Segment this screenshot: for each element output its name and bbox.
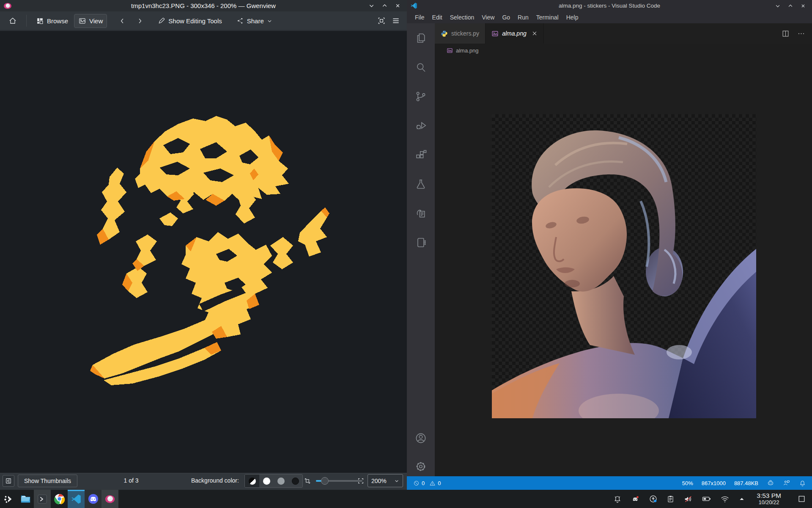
discord-task-button[interactable]	[85, 490, 102, 508]
menu-run[interactable]: Run	[514, 13, 532, 22]
problems-indicator[interactable]: 0 0	[411, 480, 443, 486]
maximize-button[interactable]	[381, 3, 388, 9]
vscode-image-preview	[435, 57, 812, 476]
status-zoom-level[interactable]: 50%	[682, 480, 693, 486]
background-color-label: Background color:	[191, 477, 239, 484]
copilot-icon[interactable]	[767, 479, 774, 487]
home-button[interactable]	[4, 14, 21, 28]
notifications-bell-icon[interactable]	[799, 480, 806, 487]
bg-swatch-dark[interactable]	[288, 475, 302, 487]
show-thumbnails-label: Show Thumbnails	[24, 478, 71, 484]
error-icon	[413, 480, 420, 486]
bg-swatch-white[interactable]	[259, 475, 274, 487]
menu-help[interactable]: Help	[562, 13, 582, 22]
vscode-logo-icon	[410, 2, 417, 9]
menu-button[interactable]	[392, 17, 400, 25]
explorer-icon[interactable]	[407, 23, 435, 52]
vs-maximize-button[interactable]	[787, 3, 793, 9]
zoom-actual-size-button[interactable]	[357, 478, 364, 484]
clock-date: 10/20/22	[757, 500, 781, 505]
image-position-indicator: 1 of 3	[111, 477, 151, 484]
breadcrumb-file-item[interactable]: alma.png	[456, 47, 478, 54]
gwenview-toolbar: Browse View Show Editing Tools Sha	[0, 11, 407, 30]
gwenview-window-title: tmp1vn3hc23.PNG - 300x346 - 200% — Gwenv…	[0, 2, 407, 9]
breadcrumb-image-file-icon	[447, 47, 453, 54]
zoom-level-dropdown[interactable]: 200%	[368, 474, 403, 487]
chrome-button[interactable]	[51, 490, 68, 508]
vs-minimize-button[interactable]	[775, 3, 781, 9]
home-icon	[8, 17, 17, 25]
go-forward-button[interactable]	[132, 14, 148, 28]
chrome-icon	[54, 493, 65, 505]
minimize-button[interactable]	[368, 3, 375, 9]
account-icon[interactable]	[407, 423, 435, 453]
sidebar-toggle-button[interactable]	[3, 475, 14, 487]
discord-icon	[88, 493, 99, 505]
testing-flask-icon[interactable]	[407, 169, 435, 199]
tray-wifi-icon[interactable]	[720, 494, 730, 504]
search-icon[interactable]	[407, 52, 435, 82]
close-button[interactable]	[395, 3, 401, 9]
tray-notifications-bell-icon[interactable]	[613, 495, 622, 503]
sidebar-panel-icon	[5, 478, 12, 484]
fit-to-window-button[interactable]	[377, 17, 386, 25]
konsole-task-button[interactable]	[34, 490, 51, 508]
show-editing-tools-button[interactable]: Show Editing Tools	[154, 14, 226, 28]
zoom-to-fit-button[interactable]	[304, 478, 311, 484]
more-actions-icon[interactable]	[797, 30, 805, 38]
feedback-icon[interactable]	[783, 479, 790, 487]
app-launcher-button[interactable]	[0, 490, 17, 508]
run-debug-icon[interactable]	[407, 111, 435, 140]
terminal-icon	[37, 494, 48, 505]
menu-edit[interactable]: Edit	[428, 13, 446, 22]
vs-close-button[interactable]	[800, 3, 806, 9]
menu-selection[interactable]: Selection	[446, 13, 478, 22]
status-image-dimensions[interactable]: 867x1000	[702, 480, 726, 486]
tray-discord-icon[interactable]	[631, 494, 640, 504]
zoom-slider[interactable]	[316, 480, 362, 482]
tray-battery-icon[interactable]	[702, 494, 711, 504]
share-button[interactable]: Share	[232, 14, 277, 28]
pixel-statue-image	[77, 105, 330, 398]
show-thumbnails-button[interactable]: Show Thumbnails	[18, 475, 77, 487]
vscode-titlebar[interactable]: alma.png - stickers - Visual Studio Code	[407, 0, 812, 11]
view-button[interactable]: View	[74, 14, 107, 28]
vscode-breadcrumbs: alma.png	[435, 44, 812, 57]
menu-go[interactable]: Go	[498, 13, 514, 22]
clock[interactable]: 3:53 PM 10/20/22	[757, 492, 781, 505]
menu-file[interactable]: File	[411, 13, 428, 22]
tray-volume-muted-icon[interactable]	[683, 494, 693, 504]
extensions-icon[interactable]	[407, 140, 435, 169]
file-manager-button[interactable]	[17, 490, 34, 508]
tab-close-icon[interactable]	[532, 30, 538, 36]
view-image-icon	[78, 17, 86, 25]
tab-label: stickers.py	[451, 30, 479, 37]
gwenview-task-button[interactable]	[102, 490, 118, 508]
menu-view[interactable]: View	[478, 13, 498, 22]
notebook-icon[interactable]	[407, 228, 435, 257]
tray-clipboard-icon[interactable]	[667, 495, 675, 503]
bg-swatch-gray[interactable]	[274, 475, 288, 487]
image-file-icon	[491, 30, 499, 37]
vscode-task-icon	[71, 494, 82, 505]
vscode-task-button[interactable]	[68, 490, 85, 508]
tab-stickers-py[interactable]: stickers.py	[435, 23, 486, 44]
bg-swatch-auto[interactable]	[245, 475, 259, 487]
export-notes-icon[interactable]	[407, 199, 435, 228]
status-file-size[interactable]: 887.48KB	[734, 480, 758, 486]
tab-alma-png[interactable]: alma.png	[486, 23, 544, 44]
tray-updates-icon[interactable]	[649, 494, 658, 503]
tray-expand-caret-icon[interactable]	[738, 496, 745, 502]
share-label: Share	[247, 17, 264, 25]
menu-terminal[interactable]: Terminal	[532, 13, 562, 22]
split-editor-icon[interactable]	[782, 30, 790, 38]
error-count: 0	[422, 480, 425, 486]
go-back-button[interactable]	[115, 14, 130, 28]
browse-button[interactable]: Browse	[32, 14, 72, 28]
source-control-icon[interactable]	[407, 82, 435, 111]
gwenview-titlebar[interactable]: tmp1vn3hc23.PNG - 300x346 - 200% — Gwenv…	[0, 0, 407, 11]
show-desktop-button[interactable]	[797, 493, 806, 505]
zoom-dropdown-chevron-icon	[394, 478, 399, 483]
browse-grid-icon	[36, 17, 44, 25]
zoom-slider-handle[interactable]	[321, 477, 329, 485]
